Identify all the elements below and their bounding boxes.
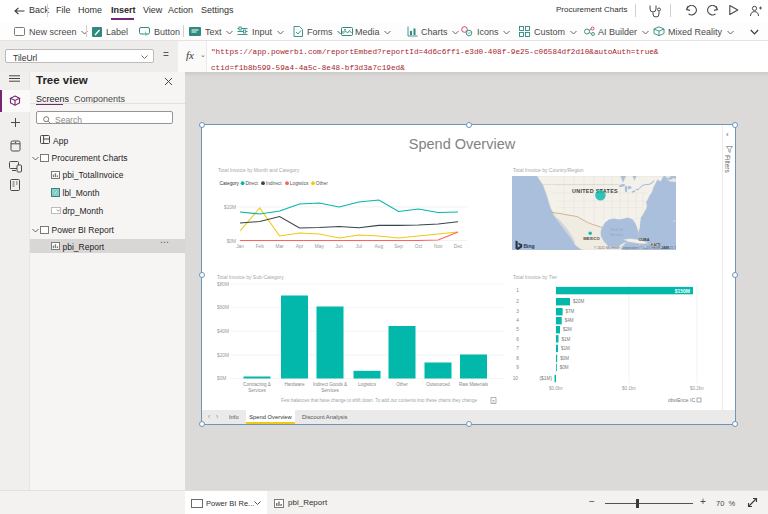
svg-text:Total Invoice by Country/Regio: Total Invoice by Country/Region bbox=[513, 167, 584, 173]
svg-text:Total Invoice by Sub-Category: Total Invoice by Sub-Category bbox=[217, 274, 284, 280]
svg-text:Other: Other bbox=[316, 181, 328, 186]
svg-text:Jan: Jan bbox=[236, 244, 244, 249]
svg-text:Aug: Aug bbox=[375, 244, 384, 249]
svg-text:$0.2bn: $0.2bn bbox=[690, 386, 704, 391]
svg-text:$7M: $7M bbox=[566, 309, 575, 314]
svg-text:Bing: Bing bbox=[524, 243, 535, 249]
svg-text:$0M: $0M bbox=[560, 365, 569, 370]
svg-text:UNITED STATES: UNITED STATES bbox=[572, 188, 618, 194]
svg-text:9: 9 bbox=[516, 365, 519, 370]
svg-text:$2M: $2M bbox=[563, 327, 572, 332]
svg-text:Jun: Jun bbox=[335, 244, 343, 249]
svg-text:Indirect Goods &: Indirect Goods & bbox=[313, 382, 347, 387]
svg-text:obviEnce IC: obviEnce IC bbox=[668, 397, 695, 403]
svg-text:10: 10 bbox=[513, 376, 519, 381]
svg-text:Logistics: Logistics bbox=[290, 181, 309, 186]
svg-text:Logistics: Logistics bbox=[358, 382, 377, 387]
svg-text:4: 4 bbox=[516, 318, 519, 323]
svg-text:$0.0bn: $0.0bn bbox=[549, 386, 563, 391]
svg-text:MEXICO: MEXICO bbox=[583, 236, 600, 241]
svg-text:$20M: $20M bbox=[573, 299, 585, 304]
svg-text:Few balances that have change: Few balances that have change to shift d… bbox=[281, 398, 477, 403]
svg-text:$0M: $0M bbox=[227, 239, 236, 244]
svg-text:Contracting &: Contracting & bbox=[243, 382, 271, 387]
svg-text:Indirect: Indirect bbox=[266, 181, 282, 186]
svg-text:6: 6 bbox=[516, 337, 519, 342]
svg-text:2: 2 bbox=[516, 299, 519, 304]
svg-text:$4M: $4M bbox=[565, 318, 574, 323]
svg-text:© 2021 Microsoft Corporation ©: © 2021 Microsoft Corporation © 2021 HERE… bbox=[594, 246, 679, 250]
svg-text:Other: Other bbox=[396, 382, 408, 387]
svg-text:$60M: $60M bbox=[217, 305, 229, 310]
svg-text:$0M: $0M bbox=[560, 356, 569, 361]
svg-text:Direct: Direct bbox=[245, 181, 258, 186]
svg-text:Sep: Sep bbox=[394, 244, 403, 249]
svg-text:3: 3 bbox=[516, 309, 519, 314]
svg-text:$1M: $1M bbox=[561, 346, 570, 351]
svg-text:5: 5 bbox=[516, 327, 519, 332]
svg-text:Mexico: Mexico bbox=[610, 232, 624, 237]
svg-text:$20M: $20M bbox=[217, 353, 229, 358]
svg-text:$40M: $40M bbox=[217, 329, 229, 334]
svg-text:Hardware: Hardware bbox=[285, 382, 305, 387]
svg-text:7: 7 bbox=[516, 346, 519, 351]
svg-text:May: May bbox=[315, 244, 325, 249]
svg-text:$80M: $80M bbox=[217, 282, 229, 287]
svg-text:Nov: Nov bbox=[434, 244, 443, 249]
svg-text:$0M: $0M bbox=[217, 376, 226, 381]
svg-text:Total Invoice by Tier: Total Invoice by Tier bbox=[513, 274, 558, 280]
svg-text:Category: Category bbox=[220, 181, 240, 186]
svg-text:Raw Materials: Raw Materials bbox=[459, 382, 489, 387]
svg-text:Mar: Mar bbox=[275, 244, 284, 249]
svg-text:Feb: Feb bbox=[256, 244, 265, 249]
svg-text:$1M: $1M bbox=[562, 337, 571, 342]
svg-text:Services: Services bbox=[321, 388, 339, 393]
svg-text:Jul: Jul bbox=[356, 244, 362, 249]
svg-text:$10M: $10M bbox=[224, 205, 236, 210]
svg-text:($1M): ($1M) bbox=[539, 376, 552, 381]
svg-text:Services: Services bbox=[248, 388, 266, 393]
svg-text:Apr: Apr bbox=[296, 244, 304, 249]
svg-text:Total Invoice by Month and Cat: Total Invoice by Month and Category bbox=[218, 167, 300, 173]
svg-text:Oct: Oct bbox=[415, 244, 423, 249]
svg-text:Dec: Dec bbox=[454, 244, 463, 249]
svg-text:8: 8 bbox=[516, 356, 519, 361]
svg-text:$150M: $150M bbox=[675, 288, 690, 294]
svg-text:1: 1 bbox=[516, 288, 519, 293]
svg-text:CUBA: CUBA bbox=[639, 238, 650, 242]
svg-text:$0.1bn: $0.1bn bbox=[622, 386, 636, 391]
svg-text:Outsourced: Outsourced bbox=[426, 382, 450, 387]
svg-text:Gulf of: Gulf of bbox=[610, 227, 623, 232]
